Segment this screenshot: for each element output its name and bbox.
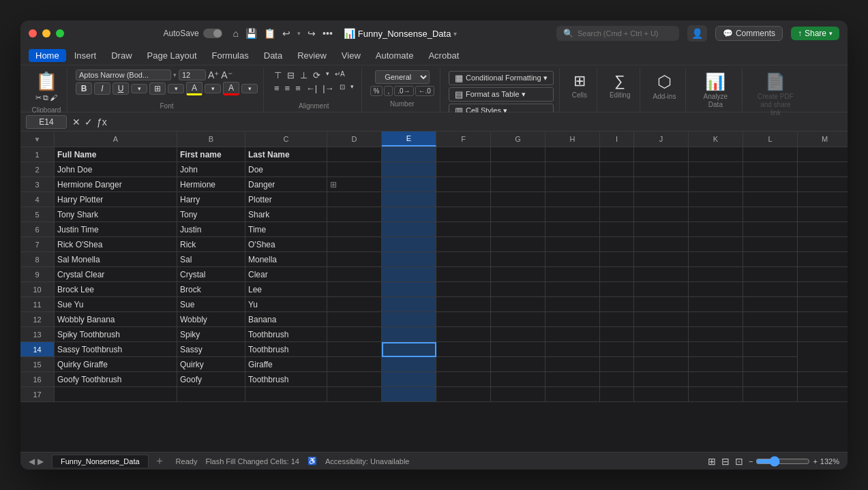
cell-L12[interactable] xyxy=(743,312,798,327)
cell-H14[interactable] xyxy=(545,342,600,357)
cell-M2[interactable] xyxy=(798,162,848,177)
cell-B17[interactable] xyxy=(177,387,245,402)
cell-L7[interactable] xyxy=(743,237,798,252)
cell-D1[interactable] xyxy=(327,147,382,162)
cell-K8[interactable] xyxy=(689,252,743,267)
orientation-button[interactable]: ⟳ xyxy=(311,70,323,81)
cell-K6[interactable] xyxy=(689,222,743,237)
cell-J1[interactable] xyxy=(634,147,689,162)
cell-J3[interactable] xyxy=(634,177,689,192)
menu-view[interactable]: View xyxy=(335,49,368,62)
menu-formulas[interactable]: Formulas xyxy=(205,49,256,62)
cell-F7[interactable] xyxy=(436,237,491,252)
cell-A9[interactable]: Crystal Clear xyxy=(55,267,177,282)
cell-J14[interactable] xyxy=(634,342,689,357)
cell-E14[interactable] xyxy=(382,342,436,357)
row-num-5[interactable]: 5 xyxy=(20,207,55,222)
next-sheet-button[interactable]: ▶ xyxy=(38,457,44,466)
increase-indent-button[interactable]: |→ xyxy=(320,82,335,94)
font-size-decrease[interactable]: A⁻ xyxy=(221,70,232,80)
cell-F6[interactable] xyxy=(436,222,491,237)
orientation-dropdown[interactable]: ▾ xyxy=(324,70,331,81)
cell-A13[interactable]: Spiky Toothbrush xyxy=(55,327,177,342)
cell-C16[interactable]: Toothbrush xyxy=(245,372,327,387)
cell-G17[interactable] xyxy=(491,387,545,402)
menu-insert[interactable]: Insert xyxy=(68,49,104,62)
fill-color-button[interactable]: A xyxy=(186,82,203,95)
cell-L16[interactable] xyxy=(743,372,798,387)
cell-E8[interactable] xyxy=(382,252,436,267)
cell-L10[interactable] xyxy=(743,282,798,297)
cell-M4[interactable] xyxy=(798,192,848,207)
cell-J10[interactable] xyxy=(634,282,689,297)
cell-C17[interactable] xyxy=(245,387,327,402)
cell-K17[interactable] xyxy=(689,387,743,402)
cell-E4[interactable] xyxy=(382,192,436,207)
search-box[interactable]: 🔍 Search (Cmd + Ctrl + U) xyxy=(556,26,679,41)
border-dropdown[interactable]: ▾ xyxy=(168,84,184,93)
cell-G5[interactable] xyxy=(491,207,545,222)
cell-F11[interactable] xyxy=(436,297,491,312)
cell-J6[interactable] xyxy=(634,222,689,237)
maximize-button[interactable] xyxy=(56,29,64,37)
cell-K1[interactable] xyxy=(689,147,743,162)
formula-insert-icon[interactable]: ƒx xyxy=(97,117,107,127)
cell-B11[interactable]: Sue xyxy=(177,297,245,312)
share-profile-icon[interactable]: 👤 xyxy=(687,25,707,42)
cell-A6[interactable]: Justin Time xyxy=(55,222,177,237)
page-layout-view-button[interactable]: ⊟ xyxy=(721,456,730,467)
cell-D14[interactable] xyxy=(327,342,382,357)
font-size-input[interactable] xyxy=(179,70,206,80)
cell-H1[interactable] xyxy=(545,147,600,162)
cell-L13[interactable] xyxy=(743,327,798,342)
cell-B1[interactable]: First name xyxy=(177,147,245,162)
cell-H12[interactable] xyxy=(545,312,600,327)
cell-J9[interactable] xyxy=(634,267,689,282)
cell-B10[interactable]: Brock xyxy=(177,282,245,297)
cell-E9[interactable] xyxy=(382,267,436,282)
cell-C6[interactable]: Time xyxy=(245,222,327,237)
col-header-j[interactable]: J xyxy=(634,132,689,147)
copy-icon[interactable]: ⧉ xyxy=(43,93,48,102)
italic-button[interactable]: I xyxy=(94,82,110,95)
close-button[interactable] xyxy=(29,29,37,37)
cell-D4[interactable] xyxy=(327,192,382,207)
cell-H17[interactable] xyxy=(545,387,600,402)
cell-C10[interactable]: Lee xyxy=(245,282,327,297)
col-header-l[interactable]: L xyxy=(743,132,798,147)
cell-H13[interactable] xyxy=(545,327,600,342)
cell-B7[interactable]: Rick xyxy=(177,237,245,252)
cell-E11[interactable] xyxy=(382,297,436,312)
page-break-view-button[interactable]: ⊡ xyxy=(735,456,743,467)
cell-D17[interactable] xyxy=(327,387,382,402)
col-header-m[interactable]: M xyxy=(798,132,848,147)
filename-dropdown-icon[interactable]: ▾ xyxy=(453,30,457,37)
cell-G11[interactable] xyxy=(491,297,545,312)
cell-K14[interactable] xyxy=(689,342,743,357)
row-num-3[interactable]: 3 xyxy=(20,177,55,192)
cell-H9[interactable] xyxy=(545,267,600,282)
cell-L14[interactable] xyxy=(743,342,798,357)
formula-input[interactable] xyxy=(113,117,842,127)
cell-H11[interactable] xyxy=(545,297,600,312)
cell-C1[interactable]: Last Name xyxy=(245,147,327,162)
comments-button[interactable]: 💬 Comments xyxy=(715,26,783,41)
cell-D15[interactable] xyxy=(327,357,382,372)
cell-J13[interactable] xyxy=(634,327,689,342)
row-num-13[interactable]: 13 xyxy=(20,327,55,342)
cell-B13[interactable]: Spiky xyxy=(177,327,245,342)
save-icon[interactable]: 💾 xyxy=(245,28,257,39)
cell-H8[interactable] xyxy=(545,252,600,267)
addins-button[interactable]: ⬡ Add-ins xyxy=(648,71,680,102)
cell-F17[interactable] xyxy=(436,387,491,402)
row-num-9[interactable]: 9 xyxy=(20,267,55,282)
cell-G12[interactable] xyxy=(491,312,545,327)
number-format-select[interactable]: General Number Currency Percentage xyxy=(375,70,430,84)
cell-A1[interactable]: Full Name xyxy=(55,147,177,162)
cell-L5[interactable] xyxy=(743,207,798,222)
cell-I12[interactable] xyxy=(600,312,634,327)
cell-J11[interactable] xyxy=(634,297,689,312)
cell-I6[interactable] xyxy=(600,222,634,237)
cell-M6[interactable] xyxy=(798,222,848,237)
cell-L15[interactable] xyxy=(743,357,798,372)
